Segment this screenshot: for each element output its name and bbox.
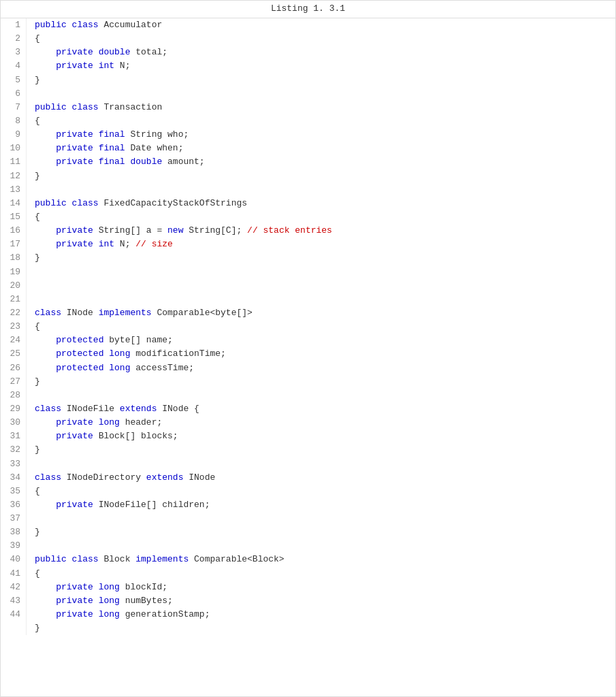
line-number: 14 xyxy=(6,197,20,210)
code-line: private String[] a = new String[C]; // s… xyxy=(35,224,615,238)
code-line: class INodeDirectory extends INode xyxy=(35,471,615,485)
code-line: { xyxy=(35,32,615,46)
line-number: 27 xyxy=(6,375,20,389)
line-number: 25 xyxy=(6,347,20,361)
code-lines: public class Accumulator{ private double… xyxy=(27,18,615,635)
line-number: 33 xyxy=(6,457,20,471)
line-number: 4 xyxy=(6,59,20,73)
line-number: 32 xyxy=(6,443,20,457)
line-number: 7 xyxy=(6,101,20,114)
code-line: } xyxy=(35,525,615,539)
line-number: 41 xyxy=(6,567,20,581)
code-line: } xyxy=(35,169,615,183)
code-line: private int N; // size xyxy=(35,238,615,251)
code-line: protected long modificationTime; xyxy=(35,347,615,361)
line-number: 17 xyxy=(6,238,20,251)
line-number: 26 xyxy=(6,361,20,375)
line-number: 38 xyxy=(6,525,20,539)
code-line: public class Block implements Comparable… xyxy=(35,553,615,566)
code-line xyxy=(35,457,615,471)
code-line: class INodeFile extends INode { xyxy=(35,402,615,416)
line-number: 13 xyxy=(6,183,20,197)
line-number: 5 xyxy=(6,74,20,87)
code-line: protected long accessTime; xyxy=(35,361,615,375)
code-line: protected byte[] name; xyxy=(35,334,615,347)
line-number: 35 xyxy=(6,485,20,498)
line-number: 11 xyxy=(6,155,20,169)
line-number: 9 xyxy=(6,128,20,142)
line-number: 8 xyxy=(6,114,20,128)
line-number: 30 xyxy=(6,416,20,429)
line-number: 22 xyxy=(6,306,20,320)
line-number: 12 xyxy=(6,169,20,183)
line-number: 18 xyxy=(6,251,20,265)
line-number: 10 xyxy=(6,142,20,155)
code-line: private double total; xyxy=(35,46,615,59)
line-number: 39 xyxy=(6,539,20,553)
line-number: 19 xyxy=(6,265,20,279)
code-line: } xyxy=(35,375,615,389)
code-line: public class Transaction xyxy=(35,101,615,114)
code-line: private int N; xyxy=(35,59,615,73)
line-number: 21 xyxy=(6,293,20,306)
line-number: 2 xyxy=(6,32,20,46)
code-header: Listing 1. 3.1 xyxy=(1,1,615,18)
line-number: 37 xyxy=(6,512,20,525)
line-number: 16 xyxy=(6,224,20,238)
code-line xyxy=(35,183,615,197)
code-line xyxy=(35,539,615,553)
code-line: private long numBytes; xyxy=(35,594,615,608)
code-line: private final double amount; xyxy=(35,155,615,169)
line-number: 15 xyxy=(6,210,20,224)
line-number: 29 xyxy=(6,402,20,416)
code-line xyxy=(35,265,615,279)
code-line: class INode implements Comparable<byte[]… xyxy=(35,306,615,320)
code-line: } xyxy=(35,443,615,457)
code-line: } xyxy=(35,251,615,265)
line-number: 20 xyxy=(6,279,20,293)
line-number: 42 xyxy=(6,581,20,594)
code-line: } xyxy=(35,621,615,635)
code-line: private long generationStamp; xyxy=(35,608,615,621)
line-number: 3 xyxy=(6,46,20,59)
line-number: 36 xyxy=(6,498,20,512)
line-number: 31 xyxy=(6,429,20,443)
code-line xyxy=(35,87,615,101)
line-number: 43 xyxy=(6,594,20,608)
code-line: { xyxy=(35,114,615,128)
code-body: 1234567891011121314151617181920212223242… xyxy=(1,18,615,635)
code-line xyxy=(35,293,615,306)
code-line: { xyxy=(35,320,615,334)
code-line: { xyxy=(35,567,615,581)
line-number: 23 xyxy=(6,320,20,334)
code-line xyxy=(35,389,615,402)
line-number: 34 xyxy=(6,471,20,485)
code-line: private final Date when; xyxy=(35,142,615,155)
code-line: private INodeFile[] children; xyxy=(35,498,615,512)
code-line xyxy=(35,279,615,293)
code-line: { xyxy=(35,210,615,224)
code-line: public class Accumulator xyxy=(35,18,615,32)
line-number: 40 xyxy=(6,553,20,566)
code-container: Listing 1. 3.1 1234567891011121314151617… xyxy=(0,0,616,697)
code-line: public class FixedCapacityStackOfStrings xyxy=(35,197,615,210)
line-numbers: 1234567891011121314151617181920212223242… xyxy=(1,18,27,635)
code-line: private long header; xyxy=(35,416,615,429)
code-line: { xyxy=(35,485,615,498)
code-line: private Block[] blocks; xyxy=(35,429,615,443)
line-number: 1 xyxy=(6,18,20,32)
code-line: private long blockId; xyxy=(35,581,615,594)
code-line: private final String who; xyxy=(35,128,615,142)
code-line: } xyxy=(35,74,615,87)
line-number: 24 xyxy=(6,334,20,347)
line-number: 28 xyxy=(6,389,20,402)
line-number: 44 xyxy=(6,608,20,621)
code-line xyxy=(35,512,615,525)
line-number: 6 xyxy=(6,87,20,101)
